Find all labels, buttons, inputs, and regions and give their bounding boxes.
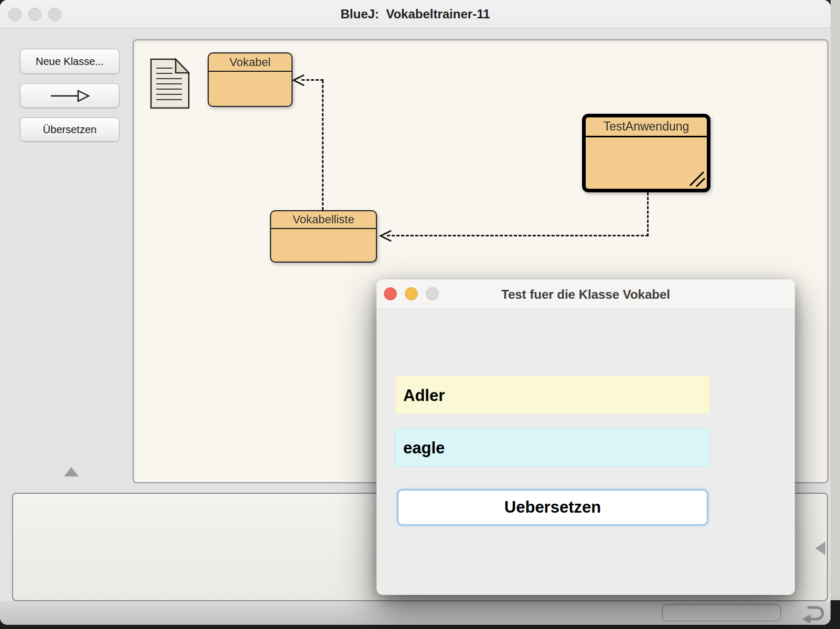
resize-handle-icon[interactable] xyxy=(686,168,706,188)
uses-arrow-button[interactable] xyxy=(20,83,120,108)
test-dialog-window: Test fuer die Klasse Vokabel Adler eagle… xyxy=(376,279,795,595)
zoom-button[interactable] xyxy=(426,287,439,300)
class-vokabelliste[interactable]: Vokabelliste xyxy=(270,210,377,263)
zoom-button[interactable] xyxy=(48,8,61,21)
dialog-titlebar[interactable]: Test fuer die Klasse Vokabel xyxy=(376,279,795,309)
german-word-field[interactable]: Adler xyxy=(395,376,710,414)
relation-testanwendung-to-vokabelliste[interactable] xyxy=(387,235,649,236)
return-arrow-icon[interactable] xyxy=(799,602,827,625)
class-testanwendung-selected[interactable]: TestAnwendung xyxy=(582,114,710,192)
class-name-label: Vokabelliste xyxy=(271,211,376,229)
expand-codepad-triangle-icon[interactable] xyxy=(64,467,79,476)
uebersetzen-button[interactable]: Uebersetzen xyxy=(397,489,708,526)
dialog-title: Test fuer die Klasse Vokabel xyxy=(376,279,795,309)
close-button[interactable] xyxy=(384,287,397,300)
window-title: BlueJ: Vokabeltrainer-11 xyxy=(0,0,831,28)
english-word-field[interactable]: eagle xyxy=(395,428,710,467)
minimize-button[interactable] xyxy=(28,8,41,21)
class-name-label: Vokabel xyxy=(209,53,292,72)
readme-document-icon[interactable] xyxy=(149,58,190,110)
minimize-button[interactable] xyxy=(405,287,418,300)
compile-button[interactable]: Übersetzen xyxy=(20,117,120,142)
uses-arrowhead-icon xyxy=(379,229,392,243)
uses-arrowhead-icon xyxy=(292,73,305,88)
class-name-label: TestAnwendung xyxy=(586,117,707,137)
collapse-bench-triangle-icon[interactable] xyxy=(815,541,825,555)
main-titlebar[interactable]: BlueJ: Vokabeltrainer-11 xyxy=(0,0,831,28)
machine-activity-indicator xyxy=(662,604,781,622)
status-bar xyxy=(0,601,831,625)
relation-testanwendung-to-vokabelliste-segment[interactable] xyxy=(647,192,649,236)
uses-arrow-icon xyxy=(48,89,92,103)
close-button[interactable] xyxy=(8,8,21,21)
relation-vokabelliste-to-vokabel-segment[interactable] xyxy=(322,80,324,210)
class-vokabel[interactable]: Vokabel xyxy=(208,52,293,107)
background-window-sliver xyxy=(831,0,840,600)
new-class-button[interactable]: Neue Klasse... xyxy=(20,49,120,74)
